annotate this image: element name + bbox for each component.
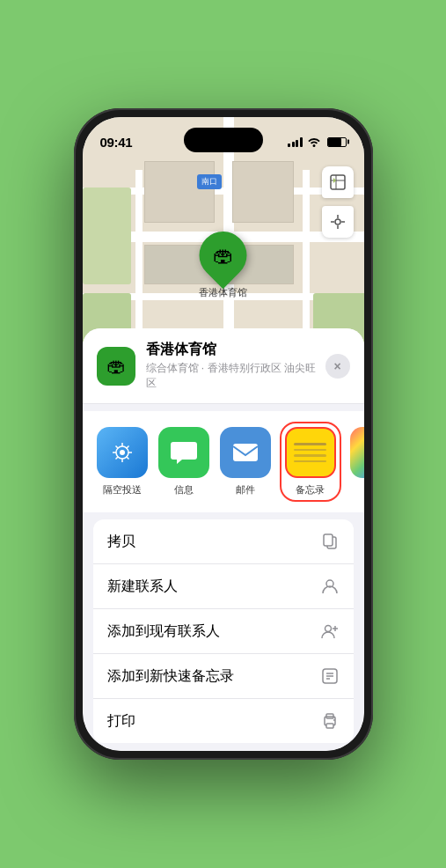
place-card: 🏟 香港体育馆 综合体育馆 · 香港特别行政区 油尖旺区 × xyxy=(83,328,364,404)
map-type-button[interactable] xyxy=(322,166,354,198)
quick-note-icon xyxy=(320,666,340,686)
new-contact-label: 新建联系人 xyxy=(107,577,178,596)
map-pin: 🏟 xyxy=(189,222,256,289)
map-pin-container: 🏟 香港体育馆 xyxy=(199,232,247,299)
place-name: 香港体育馆 xyxy=(146,341,325,359)
phone-frame: 09:41 xyxy=(74,108,373,760)
bottom-sheet: 🏟 香港体育馆 综合体育馆 · 香港特别行政区 油尖旺区 × xyxy=(83,328,364,751)
add-quick-note-label: 添加到新快速备忘录 xyxy=(107,667,234,686)
dynamic-island xyxy=(184,128,263,152)
add-contact-icon xyxy=(320,622,340,641)
action-list: 拷贝 新建联系人 添加到现有联系人 xyxy=(93,519,354,743)
new-contact-action[interactable]: 新建联系人 xyxy=(93,564,354,609)
place-icon: 🏟 xyxy=(97,347,135,386)
print-action[interactable]: 打印 xyxy=(93,699,354,743)
notes-label: 备忘录 xyxy=(296,483,325,497)
svg-rect-20 xyxy=(326,724,333,728)
svg-point-1 xyxy=(335,219,340,224)
svg-point-12 xyxy=(325,626,331,632)
location-button[interactable] xyxy=(322,206,354,238)
print-icon xyxy=(320,711,340,731)
share-app-messages[interactable]: 信息 xyxy=(158,427,209,497)
airdrop-icon xyxy=(97,427,148,478)
share-app-notes[interactable]: 备忘录 xyxy=(281,423,340,500)
share-app-mail[interactable]: 邮件 xyxy=(220,427,271,497)
add-existing-contact-action[interactable]: 添加到现有联系人 xyxy=(93,609,354,654)
airdrop-label: 隔空投送 xyxy=(103,483,142,497)
copy-icon xyxy=(320,532,340,551)
svg-point-7 xyxy=(120,450,125,455)
place-address: 综合体育馆 · 香港特别行政区 油尖旺区 xyxy=(146,361,325,391)
more-icon xyxy=(350,427,364,478)
share-app-airdrop[interactable]: 隔空投送 xyxy=(97,427,148,497)
messages-icon xyxy=(158,427,209,478)
wifi-icon xyxy=(307,136,321,147)
add-quick-note-action[interactable]: 添加到新快速备忘录 xyxy=(93,654,354,699)
svg-rect-0 xyxy=(331,175,345,189)
phone-screen: 09:41 xyxy=(83,117,364,751)
add-existing-contact-label: 添加到现有联系人 xyxy=(107,622,220,641)
status-time: 09:41 xyxy=(100,135,133,150)
mail-label: 邮件 xyxy=(236,483,255,497)
signal-icon xyxy=(288,136,303,147)
notes-icon xyxy=(285,427,336,478)
new-contact-icon xyxy=(320,577,340,596)
share-app-more[interactable]: 提 xyxy=(350,427,364,497)
copy-action[interactable]: 拷贝 xyxy=(93,519,354,564)
mail-icon xyxy=(220,427,271,478)
close-button[interactable]: × xyxy=(325,354,350,379)
share-row: 隔空投送 信息 xyxy=(83,411,364,512)
location-label: 南口 xyxy=(197,174,222,189)
svg-rect-10 xyxy=(324,534,333,546)
svg-point-22 xyxy=(333,719,335,721)
svg-rect-8 xyxy=(233,444,258,461)
messages-label: 信息 xyxy=(174,483,194,497)
status-icons xyxy=(288,136,347,147)
map-controls xyxy=(322,166,354,238)
place-info: 香港体育馆 综合体育馆 · 香港特别行政区 油尖旺区 xyxy=(146,341,325,391)
battery-icon xyxy=(327,137,347,147)
print-label: 打印 xyxy=(107,712,135,731)
copy-label: 拷贝 xyxy=(107,533,135,551)
